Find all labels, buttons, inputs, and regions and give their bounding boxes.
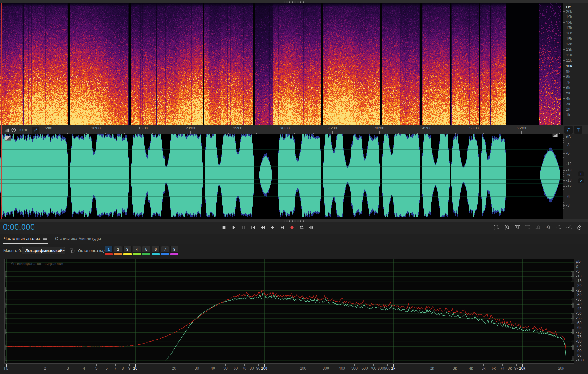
panel-resize-handle[interactable] xyxy=(284,1,304,3)
timeline-label: 15:00 xyxy=(138,126,148,130)
amplitude-scale-label: -12 xyxy=(566,184,571,188)
rewind-icon xyxy=(260,225,266,230)
timeline-ticks[interactable]: 5:0010:0015:0020:0025:0030:0035:0040:004… xyxy=(0,125,563,134)
channel-badge[interactable]: 2 xyxy=(578,178,584,183)
frequency-scale-tick xyxy=(563,44,565,44)
play-icon xyxy=(231,225,236,230)
spectrogram-display[interactable] xyxy=(0,3,563,125)
frequency-scale-tick xyxy=(563,17,565,17)
frequency-scale-label: 8k xyxy=(566,75,570,79)
zoom-in-left-selection-button[interactable]: ‹ xyxy=(544,223,553,231)
zoom-out-vertical-button[interactable] xyxy=(503,223,511,231)
scale-dropdown[interactable]: Логарифмический xyxy=(22,247,65,254)
frequency-analysis-plot[interactable] xyxy=(4,259,574,364)
skip-to-end-button[interactable] xyxy=(278,223,286,231)
frequency-scale-tick xyxy=(563,66,565,66)
panel-hamburger-icon[interactable] xyxy=(43,237,47,240)
timeline-ruler[interactable]: 5:0010:0015:0020:0025:0030:0035:0040:004… xyxy=(0,125,588,135)
hold-frame-button-4[interactable]: 4 xyxy=(133,246,141,255)
divider-resize-handle[interactable] xyxy=(284,220,304,222)
hold-frame-button-1[interactable]: 1 xyxy=(105,246,113,255)
x-axis-label: 50 xyxy=(223,366,227,371)
hold-frame-color-bar xyxy=(161,253,169,255)
zoom-in-horizontal-icon xyxy=(515,225,520,230)
frequency-scale-tick xyxy=(563,104,565,104)
time-display[interactable]: 0:00.000 xyxy=(3,223,35,232)
zoom-in-left-selection-icon: ‹ xyxy=(546,225,551,230)
rewind-button[interactable] xyxy=(259,223,267,231)
waveform-display[interactable] xyxy=(0,134,563,219)
monitor-headphones-button[interactable] xyxy=(564,126,573,134)
x-axis-label: 7 xyxy=(114,366,116,371)
copy-graph-button[interactable] xyxy=(68,247,76,254)
split-view-grip-icon[interactable] xyxy=(5,136,11,142)
plot-canvas[interactable] xyxy=(4,259,574,364)
pin-tool-button[interactable] xyxy=(574,126,582,134)
loop-playback-button[interactable] xyxy=(297,223,306,231)
skip-to-start-button[interactable] xyxy=(249,223,257,231)
frequency-scale-tick xyxy=(563,87,565,88)
clock-icon[interactable] xyxy=(11,127,16,133)
zoom-in-horizontal-button[interactable] xyxy=(513,223,522,231)
hold-frame-button-8[interactable]: 8 xyxy=(170,246,178,255)
play-button[interactable] xyxy=(230,223,238,231)
tab-amplitude-statistics[interactable]: Статистика Амплитуды xyxy=(54,234,102,243)
record-button[interactable] xyxy=(288,223,296,231)
restore-default-zoom-button[interactable] xyxy=(575,223,584,231)
x-axis-label: Гц xyxy=(4,366,8,371)
hold-frame-color-bar xyxy=(105,253,113,255)
playhead[interactable] xyxy=(1,3,2,219)
amplitude-scale-tick xyxy=(563,172,564,173)
amplitude-scale-tick xyxy=(563,162,564,162)
x-axis-label: 20k xyxy=(558,366,564,371)
zoom-in-right-selection-button[interactable]: › xyxy=(554,223,563,231)
pause-button[interactable] xyxy=(239,223,247,231)
x-axis-tick xyxy=(84,364,84,366)
frequency-scale-tick xyxy=(563,109,565,109)
panel-corner-grip-icon[interactable] xyxy=(552,133,558,139)
skip-selection-button[interactable] xyxy=(307,223,315,231)
x-axis-label: 100 xyxy=(261,366,267,371)
amplitude-scale-tick xyxy=(563,160,564,160)
x-axis-tick xyxy=(244,364,245,366)
tab-frequency-analysis[interactable]: Частотный анализ xyxy=(3,234,48,244)
frequency-scale-label: 16k xyxy=(566,31,572,35)
x-axis-label: 400 xyxy=(339,366,345,371)
timeline-controls: +0 dB xyxy=(0,125,41,134)
zoom-full-button[interactable] xyxy=(585,223,588,231)
channel-badge[interactable]: 1 xyxy=(578,171,584,176)
hold-frame-button-5[interactable]: 5 xyxy=(142,246,150,255)
y-axis-label: -65 xyxy=(576,325,581,330)
tab-label: Частотный анализ xyxy=(4,236,40,241)
zoom-out-horizontal-button[interactable] xyxy=(523,223,532,231)
x-axis-tick xyxy=(354,364,355,366)
gain-indicator[interactable]: +0 dB xyxy=(18,128,28,132)
hold-frame-button-2[interactable]: 2 xyxy=(114,246,122,255)
pin-playhead-button[interactable] xyxy=(32,127,39,134)
level-meter-icon[interactable] xyxy=(4,128,9,132)
fast-forward-button[interactable] xyxy=(268,223,276,231)
timeline-label: 35:00 xyxy=(328,126,337,130)
y-axis-label: -60 xyxy=(576,321,581,325)
y-axis-label: -35 xyxy=(576,297,581,302)
zoom-in-vertical-button[interactable] xyxy=(492,223,501,231)
hold-frame-button-6[interactable]: 6 xyxy=(152,246,160,255)
amplitude-scale-tick xyxy=(563,138,564,139)
zoom-to-selection-button[interactable]: ‹› xyxy=(565,223,573,231)
hold-frame-button-3[interactable]: 3 xyxy=(123,246,132,255)
hold-frame-number: 4 xyxy=(133,246,141,253)
x-axis-label: 600 xyxy=(362,366,368,371)
y-axis-label: -55 xyxy=(576,316,581,320)
hold-frame-button-7[interactable]: 7 xyxy=(161,246,169,255)
frequency-scale-tick xyxy=(563,60,565,61)
amplitude-scale-tick xyxy=(563,202,564,203)
zoom-reset-button[interactable] xyxy=(534,223,542,231)
restore-default-zoom-icon xyxy=(577,225,582,230)
x-axis-tick xyxy=(213,364,213,366)
stop-button[interactable] xyxy=(220,223,228,231)
y-axis-label: -45 xyxy=(576,307,581,311)
amplitude-scale-tick xyxy=(563,192,564,192)
zoom-to-selection-icon: ‹› xyxy=(566,225,572,230)
x-axis-tick xyxy=(510,364,510,366)
amplitude-scale-tick xyxy=(563,166,564,166)
